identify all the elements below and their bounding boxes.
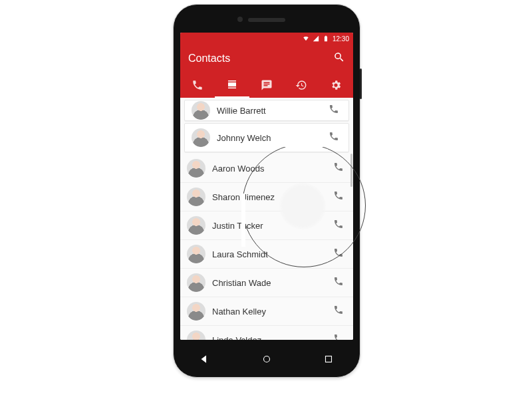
wifi-icon: [303, 35, 309, 42]
call-button[interactable]: [331, 160, 346, 176]
svg-rect-1: [326, 356, 332, 362]
phone-icon: [329, 104, 339, 117]
tab-contacts[interactable]: [215, 72, 249, 98]
avatar: [187, 245, 205, 263]
avatar: [187, 302, 205, 321]
tab-phone[interactable]: [180, 72, 215, 98]
phone-frame: 12:30 Contacts Willie: [173, 4, 360, 378]
avatar: [187, 273, 205, 292]
phone-icon: [333, 247, 344, 261]
contact-name: Justin Tucker: [212, 221, 331, 231]
battery-icon: [323, 35, 329, 42]
call-button[interactable]: [326, 130, 342, 146]
call-button[interactable]: [326, 102, 342, 118]
search-button[interactable]: [333, 51, 345, 66]
call-button[interactable]: [331, 189, 346, 205]
avatar: [187, 188, 205, 206]
android-nav-bar: [174, 353, 360, 368]
contact-row[interactable]: Aaron Woods: [180, 154, 353, 183]
status-bar: 12:30: [180, 33, 353, 45]
phone-icon: [333, 219, 344, 232]
svg-point-0: [263, 356, 269, 362]
contact-row[interactable]: Christian Wade: [180, 269, 353, 297]
back-icon: [199, 353, 211, 365]
avatar: [192, 101, 210, 120]
status-time: 12:30: [332, 35, 349, 43]
tab-bar: [180, 72, 353, 98]
history-icon: [295, 79, 307, 91]
contact-row[interactable]: Sharon Jimenez: [180, 183, 353, 211]
call-button[interactable]: [331, 275, 346, 291]
app-bar: Contacts: [180, 45, 353, 98]
call-button[interactable]: [331, 246, 346, 262]
nav-back[interactable]: [199, 353, 211, 368]
contact-name: Johnny Welch: [217, 133, 326, 143]
avatar: [192, 128, 210, 147]
phone-icon: [333, 276, 344, 289]
phone-speaker: [248, 18, 285, 22]
tab-settings[interactable]: [319, 72, 353, 98]
tab-messages[interactable]: [249, 72, 284, 98]
contact-name: Linda Valdez: [212, 335, 331, 340]
gear-icon: [330, 79, 342, 91]
signal-icon: [313, 35, 319, 42]
contact-name: Aaron Woods: [212, 164, 331, 174]
tab-history[interactable]: [284, 72, 319, 98]
page-title: Contacts: [188, 53, 230, 65]
phone-icon: [329, 131, 339, 144]
avatar: [187, 216, 205, 235]
contact-row[interactable]: Justin Tucker: [180, 211, 353, 240]
contact-row[interactable]: Johnny Welch: [184, 123, 349, 152]
call-button[interactable]: [331, 332, 346, 340]
phone-camera: [237, 17, 243, 22]
nav-home[interactable]: [261, 353, 273, 368]
avatar: [187, 331, 205, 340]
contact-row[interactable]: Linda Valdez: [180, 326, 353, 340]
screen: 12:30 Contacts Willie: [180, 33, 353, 340]
call-button[interactable]: [331, 217, 346, 233]
contact-list[interactable]: Willie BarrettJohnny WelchAaron WoodsSha…: [180, 100, 353, 340]
phone-icon: [333, 162, 344, 175]
scrollbar-thumb[interactable]: [350, 154, 352, 187]
home-icon: [261, 353, 273, 365]
nav-recent[interactable]: [323, 353, 334, 368]
recent-icon: [323, 353, 334, 365]
contacts-icon: [226, 78, 238, 90]
contact-row[interactable]: Nathan Kelley: [180, 297, 353, 326]
contact-name: Christian Wade: [212, 278, 331, 288]
phone-icon: [333, 333, 344, 340]
contact-name: Laura Schmidt: [212, 249, 331, 259]
call-button[interactable]: [331, 303, 346, 319]
phone-icon: [333, 190, 344, 203]
avatar: [187, 159, 205, 178]
contact-row[interactable]: Laura Schmidt: [180, 240, 353, 269]
phone-icon: [333, 305, 344, 318]
contact-name: Willie Barrett: [217, 106, 326, 116]
chat-icon: [261, 79, 273, 91]
contact-name: Nathan Kelley: [212, 307, 331, 317]
search-icon: [333, 51, 345, 63]
contact-row[interactable]: Willie Barrett: [184, 100, 349, 121]
phone-icon: [192, 79, 203, 91]
contact-name: Sharon Jimenez: [212, 192, 331, 202]
